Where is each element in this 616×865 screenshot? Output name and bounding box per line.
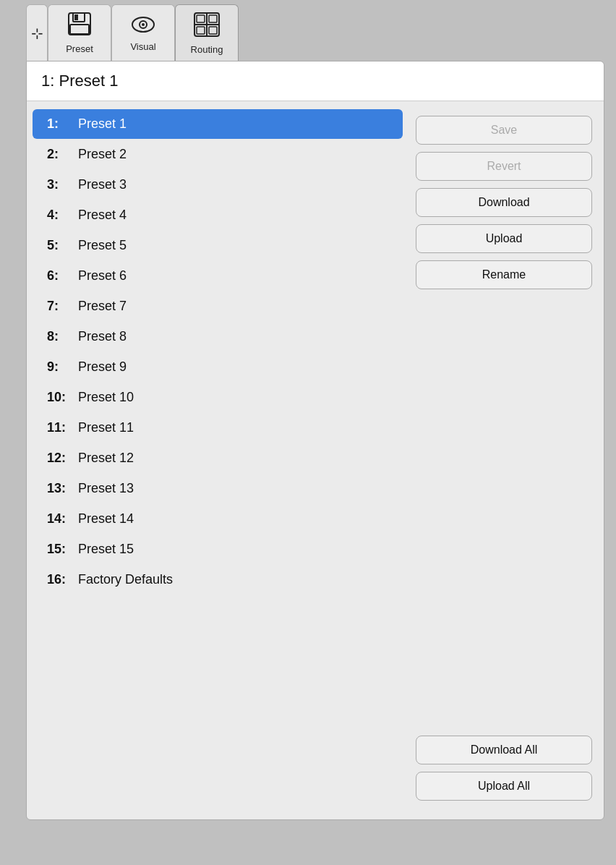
- preset-list: 1: Preset 12: Preset 23: Preset 34: Pres…: [27, 108, 408, 812]
- svg-rect-13: [209, 27, 217, 34]
- preset-name: Preset 7: [78, 299, 127, 314]
- svg-rect-10: [197, 15, 205, 22]
- preset-name: Preset 8: [78, 329, 127, 344]
- preset-number: 11:: [47, 420, 74, 435]
- preset-item[interactable]: 12: Preset 12: [33, 443, 403, 473]
- revert-button[interactable]: Revert: [416, 152, 592, 181]
- preset-item[interactable]: 3: Preset 3: [33, 170, 403, 200]
- tab-visual[interactable]: Visual: [111, 4, 175, 61]
- bottom-button-group: Download All Upload All: [416, 736, 592, 801]
- download-all-button[interactable]: Download All: [416, 736, 592, 764]
- preset-item[interactable]: 11: Preset 11: [33, 413, 403, 443]
- preset-name: Factory Defaults: [78, 572, 173, 587]
- panel-title: 1: Preset 1: [41, 72, 118, 90]
- svg-point-6: [142, 23, 145, 26]
- upload-button[interactable]: Upload: [416, 224, 592, 253]
- preset-name: Preset 12: [78, 451, 134, 466]
- preset-number: 13:: [47, 481, 74, 496]
- preset-number: 16:: [47, 572, 74, 587]
- upload-all-button[interactable]: Upload All: [416, 772, 592, 801]
- preset-item[interactable]: 15: Preset 15: [33, 534, 403, 564]
- visual-icon: [130, 14, 156, 38]
- preset-number: 10:: [47, 390, 74, 405]
- preset-item[interactable]: 1: Preset 1: [33, 109, 403, 139]
- svg-rect-2: [74, 14, 78, 20]
- preset-number: 6:: [47, 268, 74, 284]
- preset-item[interactable]: 2: Preset 2: [33, 140, 403, 169]
- svg-rect-11: [209, 15, 217, 22]
- preset-name: Preset 14: [78, 511, 134, 527]
- preset-item[interactable]: 7: Preset 7: [33, 291, 403, 321]
- preset-item[interactable]: 16: Factory Defaults: [33, 565, 403, 595]
- preset-item[interactable]: 9: Preset 9: [33, 352, 403, 382]
- content-area: 1: Preset 12: Preset 23: Preset 34: Pres…: [27, 101, 604, 819]
- preset-name: Preset 15: [78, 542, 134, 557]
- preset-name: Preset 3: [78, 177, 127, 192]
- panel-header: 1: Preset 1: [27, 61, 604, 101]
- preset-number: 2:: [47, 147, 74, 162]
- top-button-group: Save Revert Download Upload Rename: [416, 116, 592, 289]
- preset-item[interactable]: 4: Preset 4: [33, 200, 403, 230]
- preset-number: 15:: [47, 542, 74, 557]
- preset-name: Preset 11: [78, 420, 134, 435]
- preset-name: Preset 9: [78, 359, 127, 375]
- tab-preset-label: Preset: [66, 43, 93, 54]
- preset-item[interactable]: 8: Preset 8: [33, 322, 403, 351]
- tab-visual-label: Visual: [130, 41, 155, 52]
- preset-name: Preset 4: [78, 208, 127, 223]
- preset-name: Preset 2: [78, 147, 127, 162]
- preset-item[interactable]: 13: Preset 13: [33, 474, 403, 503]
- routing-icon: [193, 12, 221, 41]
- tab-preset[interactable]: Preset: [48, 4, 111, 61]
- main-panel: 1: Preset 1 1: Preset 12: Preset 23: Pre…: [26, 61, 604, 820]
- preset-number: 3:: [47, 177, 74, 192]
- preset-item[interactable]: 10: Preset 10: [33, 383, 403, 412]
- preset-name: Preset 10: [78, 390, 134, 405]
- preset-name: Preset 5: [78, 238, 127, 253]
- partial-icon: ⊹: [31, 25, 43, 42]
- svg-rect-12: [197, 27, 205, 34]
- preset-number: 7:: [47, 299, 74, 314]
- svg-rect-3: [70, 25, 89, 34]
- tab-routing[interactable]: Routing: [175, 4, 239, 61]
- toolbar: ⊹ Preset Visual: [0, 0, 239, 61]
- preset-number: 1:: [47, 116, 74, 132]
- tab-routing-label: Routing: [191, 44, 223, 55]
- preset-name: Preset 1: [78, 116, 127, 132]
- preset-number: 8:: [47, 329, 74, 344]
- preset-name: Preset 6: [78, 268, 127, 284]
- preset-number: 14:: [47, 511, 74, 527]
- preset-name: Preset 13: [78, 481, 134, 496]
- preset-item[interactable]: 5: Preset 5: [33, 231, 403, 260]
- tab-partial[interactable]: ⊹: [26, 4, 48, 61]
- preset-item[interactable]: 6: Preset 6: [33, 261, 403, 291]
- download-button[interactable]: Download: [416, 188, 592, 217]
- preset-number: 5:: [47, 238, 74, 253]
- preset-number: 4:: [47, 208, 74, 223]
- preset-number: 9:: [47, 359, 74, 375]
- right-column: Save Revert Download Upload Rename Downl…: [408, 108, 604, 812]
- save-button[interactable]: Save: [416, 116, 592, 145]
- preset-item[interactable]: 14: Preset 14: [33, 504, 403, 534]
- rename-button[interactable]: Rename: [416, 260, 592, 289]
- preset-number: 12:: [47, 451, 74, 466]
- preset-icon: [67, 12, 93, 41]
